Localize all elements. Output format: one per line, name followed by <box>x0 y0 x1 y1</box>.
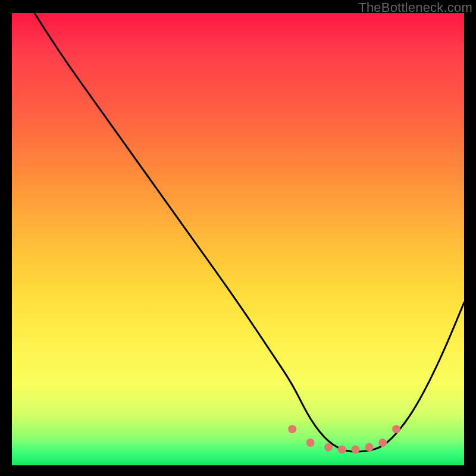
dot-1 <box>306 439 315 447</box>
chart-frame <box>12 13 464 465</box>
dot-left-edge <box>288 425 296 433</box>
curve-markers <box>288 425 400 453</box>
bottleneck-curve-svg <box>12 13 464 465</box>
dot-2 <box>324 443 333 452</box>
bottleneck-curve <box>35 13 464 452</box>
dot-6 <box>378 439 387 447</box>
dot-5 <box>365 443 373 452</box>
dot-3 <box>338 445 346 453</box>
dot-right-edge <box>392 425 400 433</box>
dot-4 <box>352 445 360 453</box>
